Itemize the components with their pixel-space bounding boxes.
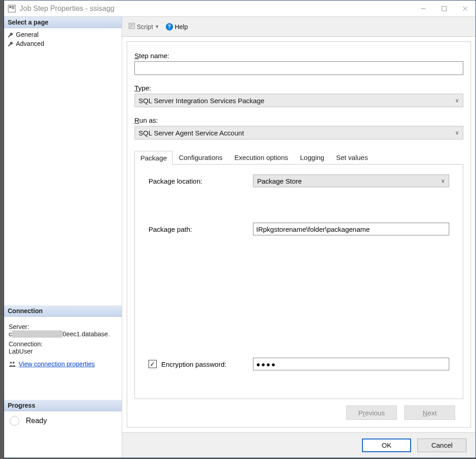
step-name-label: Step name: — [134, 52, 463, 60]
left-pane: Select a page General Advanced Connectio… — [4, 17, 122, 458]
encryption-password-input[interactable]: ●●●● — [253, 358, 449, 370]
chevron-down-icon: ∨ — [455, 130, 459, 136]
form-area: Step name: Type: SQL Server Integration … — [127, 41, 471, 428]
app-icon — [8, 5, 16, 13]
close-button[interactable] — [455, 0, 476, 17]
connection-value: LabUser — [9, 348, 117, 355]
page-item-advanced[interactable]: Advanced — [7, 39, 119, 48]
help-label: Help — [175, 23, 188, 30]
type-select[interactable]: SQL Server Integration Services Package … — [134, 94, 463, 107]
type-label: Type: — [134, 84, 463, 92]
svg-rect-2 — [12, 6, 15, 7]
people-icon — [9, 360, 16, 368]
view-connection-properties-link[interactable]: View connection properties — [9, 360, 95, 368]
help-button[interactable]: ? Help — [166, 23, 188, 30]
ok-button[interactable]: OK — [362, 439, 411, 452]
chevron-down-icon: ∨ — [441, 178, 445, 184]
server-value: cxxxxxxxxxxxxxxxx0eec1.database. — [9, 330, 117, 338]
page-label: Advanced — [16, 40, 44, 47]
link-label: View connection properties — [19, 360, 95, 368]
connection-label: Connection: — [9, 340, 117, 348]
package-path-input[interactable] — [253, 223, 449, 235]
chevron-down-icon: ▼ — [155, 24, 159, 29]
progress-status: Ready — [26, 417, 47, 425]
page-item-general[interactable]: General — [7, 30, 119, 39]
titlebar: Job Step Properties - ssisagg — [4, 0, 476, 17]
toolbar: Script ▼ ? Help — [122, 17, 476, 37]
select-page-header: Select a page — [4, 17, 122, 28]
minimize-button[interactable] — [413, 0, 434, 17]
package-location-select[interactable]: Package Store ∨ — [253, 175, 449, 187]
runas-select[interactable]: SQL Server Agent Service Account ∨ — [134, 126, 463, 140]
svg-rect-1 — [9, 6, 11, 8]
tab-panel-package: Package location: Package Store ∨ — [134, 164, 463, 399]
help-icon: ? — [166, 23, 173, 30]
dialog-footer: OK Cancel — [122, 432, 476, 458]
script-label: Script — [137, 23, 153, 30]
previous-button[interactable]: Previous — [346, 405, 397, 420]
tabstrip: Package Configurations Execution options… — [134, 150, 463, 164]
type-value: SQL Server Integration Services Package — [139, 97, 264, 105]
tab-execution-options[interactable]: Execution options — [228, 150, 294, 164]
step-name-input[interactable] — [134, 61, 463, 75]
script-button[interactable]: Script ▼ — [129, 23, 159, 30]
progress-spinner-icon — [10, 416, 20, 426]
next-button[interactable]: Next — [404, 405, 455, 420]
progress-header: Progress — [4, 400, 122, 411]
runas-label: Run as: — [134, 116, 463, 124]
wrench-icon — [8, 32, 13, 37]
wrench-icon — [8, 41, 13, 46]
encryption-password-checkbox[interactable]: ✓ — [149, 360, 157, 368]
svg-rect-3 — [12, 7, 15, 8]
package-location-value: Package Store — [257, 177, 302, 185]
package-location-label: Package location: — [149, 177, 253, 185]
script-icon — [129, 23, 135, 30]
chevron-down-icon: ∨ — [455, 97, 459, 104]
svg-point-8 — [10, 362, 12, 364]
encryption-label: Encryption password: — [161, 360, 226, 368]
window-title: Job Step Properties - ssisagg — [20, 5, 114, 13]
svg-point-9 — [13, 362, 15, 364]
svg-rect-5 — [442, 6, 446, 11]
tab-logging[interactable]: Logging — [294, 150, 330, 164]
cancel-button[interactable]: Cancel — [417, 439, 466, 452]
package-path-label: Package path: — [149, 225, 253, 233]
page-label: General — [16, 31, 39, 38]
maximize-button[interactable] — [434, 0, 455, 17]
runas-value: SQL Server Agent Service Account — [139, 129, 244, 137]
tab-package[interactable]: Package — [134, 151, 173, 165]
dialog-window: Job Step Properties - ssisagg Select a p… — [4, 0, 476, 458]
server-label: Server: — [9, 323, 117, 330]
tab-configurations[interactable]: Configurations — [173, 150, 228, 164]
connection-header: Connection — [4, 305, 122, 317]
tab-set-values[interactable]: Set values — [330, 150, 374, 164]
